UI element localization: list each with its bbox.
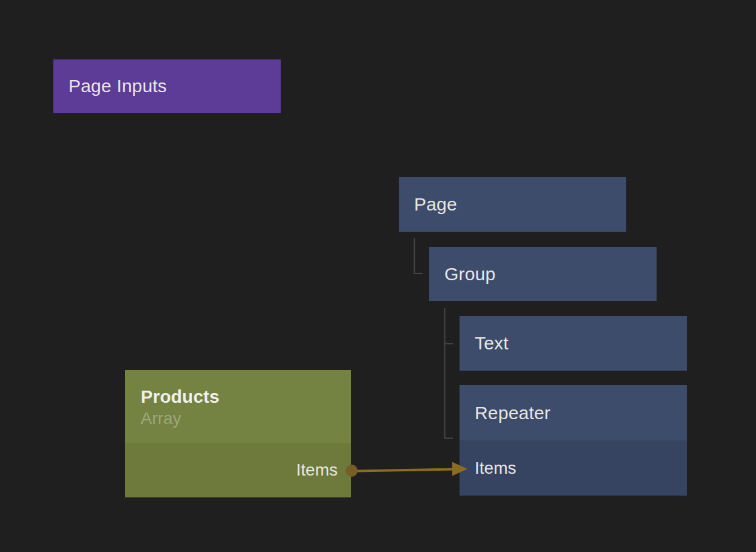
tree-connector-group-children bbox=[445, 308, 453, 439]
node-repeater-label: Repeater bbox=[475, 403, 550, 423]
repeater-items-input-label: Items bbox=[475, 459, 516, 478]
node-products-type-label: Array bbox=[141, 408, 351, 429]
node-products-label: Products bbox=[141, 386, 351, 408]
node-page-inputs[interactable]: Page Inputs bbox=[53, 59, 281, 113]
node-text[interactable]: Text bbox=[460, 316, 687, 371]
node-page-inputs-label: Page Inputs bbox=[69, 76, 167, 96]
tree-connector-page-group bbox=[415, 238, 423, 274]
connection-arrow-line[interactable] bbox=[356, 470, 455, 471]
node-text-label: Text bbox=[475, 333, 509, 354]
node-page[interactable]: Page bbox=[399, 177, 626, 232]
node-repeater[interactable]: Repeater Items bbox=[460, 385, 687, 496]
node-repeater-header[interactable]: Repeater bbox=[460, 385, 687, 440]
node-page-label: Page bbox=[414, 194, 457, 215]
repeater-items-input-row[interactable]: Items bbox=[460, 440, 687, 496]
node-group-label: Group bbox=[444, 264, 495, 284]
node-group[interactable]: Group bbox=[429, 247, 657, 301]
products-items-output-label: Items bbox=[296, 460, 338, 480]
node-products-header[interactable]: Products Array bbox=[125, 370, 351, 443]
products-items-output-row[interactable]: Items bbox=[125, 443, 351, 497]
node-editor-canvas[interactable]: Page Inputs Page Group Text Repeater Ite… bbox=[0, 0, 756, 552]
node-products[interactable]: Products Array Items bbox=[125, 370, 351, 497]
